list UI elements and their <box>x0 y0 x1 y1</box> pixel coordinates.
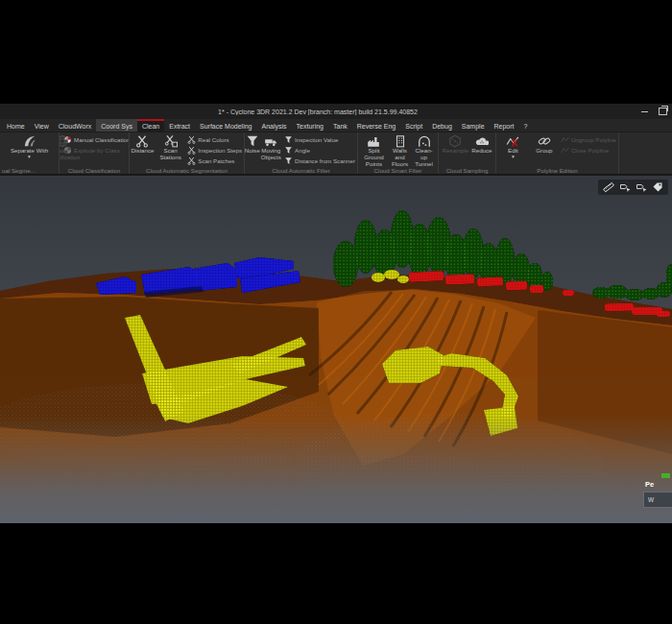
factory-icon <box>367 133 380 148</box>
partial-panel-box: W <box>643 492 672 508</box>
ribbon-item-ungroup-polyline: Ungroup Polyline <box>561 134 616 144</box>
ribbon-group-caption: Cloud Automatic Segmentation <box>132 167 242 174</box>
restore-icon <box>659 108 667 115</box>
ribbon-group-caption: Cloud Smart Filter <box>360 167 436 174</box>
ribbon-item-distance[interactable]: Distance <box>132 133 153 155</box>
menu-item-home[interactable]: Home <box>2 119 30 132</box>
ribbon-item-label: Noise <box>245 148 260 155</box>
ribbon-item-moving-objects[interactable]: Moving Objects <box>258 133 283 161</box>
ribbon-item-real-colors[interactable]: Real Colors <box>187 134 242 144</box>
hexdots-icon <box>448 133 462 148</box>
funnel-sm-icon <box>284 156 293 165</box>
foreground-fade <box>0 416 672 523</box>
window-controls <box>636 104 672 119</box>
scissors-box-icon <box>164 133 178 148</box>
ribbon-item-inspection-value[interactable]: Inspection Value <box>284 134 355 144</box>
ribbon-group-items: ResampleReduce <box>441 133 493 155</box>
ribbon-item-manual-classification[interactable]: Manual Classification <box>63 134 130 144</box>
ribbon-item-label: Real Colors <box>198 136 228 143</box>
menu-item-analysis[interactable]: Analysis <box>257 119 292 132</box>
edit-cut-icon <box>506 133 519 148</box>
menu-item-surface-modeling[interactable]: Surface Modeling <box>195 119 256 132</box>
menu-item-debug[interactable]: Debug <box>427 119 457 132</box>
menu-item-view[interactable]: View <box>30 119 54 132</box>
menu-item-cloudworx[interactable]: CloudWorx <box>54 119 97 132</box>
menu-bar: HomeViewCloudWorxCoord SysCleanExtractSu… <box>0 119 672 132</box>
chevron-down-icon: ▾ <box>28 155 31 158</box>
ribbon-item-label: Distance from Scanner <box>295 157 355 164</box>
ribbon-item-label: Scan Stations <box>155 148 186 161</box>
ribbon-item-column: Real ColorsInspection StepsScan Patches <box>187 134 242 165</box>
ribbon-item-label: Moving Objects <box>258 148 283 161</box>
measure-ruler-icon[interactable] <box>603 181 614 193</box>
scissors-icon <box>135 133 149 148</box>
menu-item-coord-sys[interactable]: Coord Sys <box>96 119 137 132</box>
ribbon-group-caption: Cloud Sampling <box>441 167 493 174</box>
ribbon-group-items: NoiseMoving ObjectsInspection ValueAngle… <box>247 133 355 165</box>
ribbon-group-caption: Cloud Automatic Filter <box>247 167 355 174</box>
ribbon-group-items: Split Ground PointsWalls and FloorsClean… <box>360 133 436 167</box>
green-chip <box>661 473 670 478</box>
funnel-sm-icon <box>284 135 293 144</box>
scissors-sm-icon <box>187 156 196 165</box>
app-window: 1* - Cyclone 3DR 2021.2 Dev [branch: mas… <box>0 104 672 523</box>
ribbon-item-label: Explode by Class <box>74 147 120 154</box>
ribbon-item-label: Group <box>536 148 552 155</box>
menu-item-script[interactable]: Script <box>400 119 427 132</box>
ribbon-item-scan-stations[interactable]: Scan Stations <box>155 133 186 161</box>
ribbon-item-clean-up-tunnel[interactable]: Clean-up Tunnel <box>413 133 435 167</box>
ribbon-item-group[interactable]: Group <box>529 133 560 155</box>
ribbon-item-edit[interactable]: Edit▾ <box>499 133 527 158</box>
ribbon-group-cloud-sampling: ResampleReduceCloud Sampling <box>439 132 496 174</box>
ribbon-item-distance-from-scanner[interactable]: Distance from Scanner <box>284 156 355 165</box>
scissors-sm-icon <box>187 146 196 155</box>
ribbon-item-split-ground-points[interactable]: Split Ground Points <box>361 133 387 167</box>
scissors-sm-icon <box>187 135 196 144</box>
point-cloud-scene <box>0 176 672 523</box>
ribbon-item-column: Manual ClassificationExplode by Class <box>63 134 130 155</box>
ribbon-item-noise[interactable]: Noise <box>248 133 256 155</box>
polyline-icon <box>561 146 569 155</box>
menu-item-help[interactable]: ? <box>519 119 533 132</box>
menu-item-sample[interactable]: Sample <box>457 119 490 132</box>
ribbon-item-label: Distance <box>131 148 154 155</box>
ribbon-group-cloud-automatic-segmentation: DistanceScan StationsReal ColorsInspecti… <box>130 132 245 174</box>
pick-label-alt-icon[interactable] <box>636 181 647 193</box>
viewport-3d[interactable]: Pe W <box>0 176 672 523</box>
ribbon-group-items: Auto ClassificationManual Classification… <box>61 133 127 161</box>
cloud-icon <box>475 133 489 148</box>
funnel-sm-icon <box>284 146 293 155</box>
tunnel-icon <box>418 133 431 148</box>
menu-item-texturing[interactable]: Texturing <box>292 119 328 132</box>
menu-item-report[interactable]: Report <box>490 119 519 132</box>
menu-item-extract[interactable]: Extract <box>164 119 195 132</box>
ribbon-item-label: Walls and Floors <box>389 148 411 167</box>
ribbon-group-caption: ual Segme... <box>2 167 57 174</box>
ribbon-item-reduce[interactable]: Reduce <box>471 133 492 155</box>
ribbon-item-walls-and-floors[interactable]: Walls and Floors <box>389 133 411 167</box>
ribbon-item-label: Close Polyline <box>571 147 609 154</box>
ribbon-item-label: Inspection Steps <box>198 147 242 154</box>
chain-icon <box>538 133 551 148</box>
ribbon: Separate With ▾ual Segme...Auto Classifi… <box>0 132 672 176</box>
ribbon-item-scan-patches[interactable]: Scan Patches <box>187 156 242 165</box>
partial-panel: Pe W <box>637 473 672 517</box>
ribbon-item-separate-with[interactable]: Separate With ▾ <box>3 133 56 158</box>
tag-icon[interactable] <box>652 181 663 193</box>
ribbon-item-label: Resample <box>442 148 468 155</box>
menu-item-reverse-eng[interactable]: Reverse Eng <box>352 119 400 132</box>
funnel-icon <box>246 133 259 148</box>
restore-button[interactable] <box>654 104 672 119</box>
polyline-icon <box>561 135 569 144</box>
ribbon-item-label: Reduce <box>471 148 492 155</box>
ribbon-item-angle[interactable]: Angle <box>284 145 355 155</box>
minimize-button[interactable] <box>636 104 654 119</box>
menu-item-tank[interactable]: Tank <box>328 119 352 132</box>
shell-icon <box>23 133 36 148</box>
menu-item-clean[interactable]: Clean <box>137 119 164 132</box>
ribbon-item-label: Inspection Value <box>295 136 338 143</box>
pick-label-icon[interactable] <box>619 181 631 193</box>
ribbon-item-label: Clean-up Tunnel <box>413 148 435 167</box>
ribbon-item-inspection-steps[interactable]: Inspection Steps <box>187 145 242 155</box>
ribbon-item-column: Ungroup PolylineClose Polyline <box>561 134 616 155</box>
